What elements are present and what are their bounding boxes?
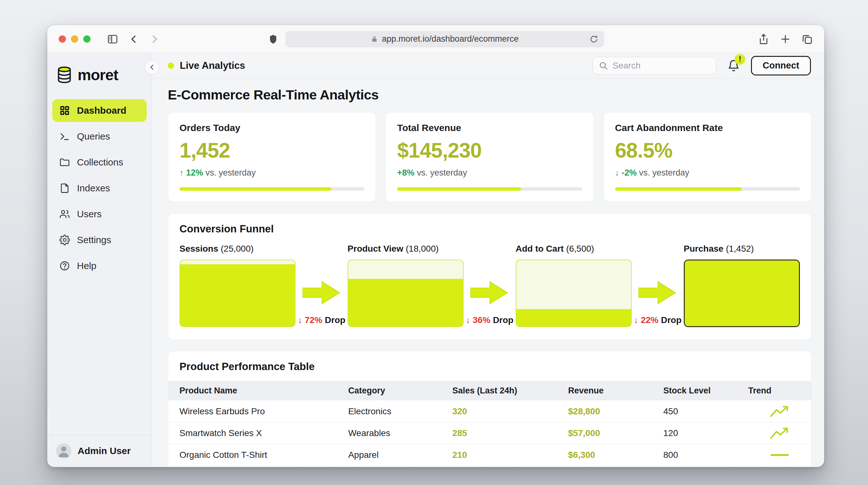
category-cell: Apparel: [348, 450, 452, 460]
col-product-name: Product Name: [168, 386, 348, 396]
stat-value: 68.5%: [615, 138, 800, 162]
notifications-button[interactable]: !: [727, 59, 740, 72]
stock-cell: 800: [663, 450, 748, 460]
traffic-lights: [59, 35, 91, 42]
funnel-row: Sessions (25,000) ↓ 72% Drop Product Vie…: [168, 235, 811, 340]
help-icon: [59, 260, 70, 271]
stat-delta: +8% vs. yesterday: [397, 168, 582, 178]
funnel-title: Conversion Funnel: [168, 213, 811, 235]
stat-title: Orders Today: [180, 122, 364, 133]
funnel-bar: [516, 260, 632, 327]
right-arrow-icon: [303, 279, 341, 306]
funnel-arrow-1: ↓ 72% Drop: [296, 244, 347, 327]
stat-delta: ↑ 12% vs. yesterday: [180, 168, 364, 178]
file-icon: [59, 183, 70, 194]
sidebar-item-indexes[interactable]: Indexes: [52, 177, 147, 200]
col-trend: Trend: [748, 386, 811, 396]
category-cell: Wearables: [348, 428, 452, 438]
main-content: E-Commerce Real-Time Analytics Orders To…: [152, 78, 824, 467]
browser-sidebar-toggle-icon[interactable]: [107, 33, 118, 45]
folder-icon: [59, 157, 70, 168]
user-menu[interactable]: Admin User: [47, 435, 152, 467]
zoom-window-button[interactable]: [83, 35, 91, 42]
users-icon: [59, 209, 70, 220]
privacy-shield-icon[interactable]: [268, 34, 279, 45]
funnel-bar: [180, 260, 296, 327]
sidebar-item-label: Settings: [77, 235, 111, 245]
sidebar-item-queries[interactable]: Queries: [52, 125, 147, 148]
browser-toolbar: app.moret.io/dashboard/ecommerce: [47, 25, 824, 53]
sidebar-item-help[interactable]: Help: [52, 255, 147, 277]
forward-icon[interactable]: [149, 34, 160, 45]
col-revenue: Revenue: [568, 386, 663, 396]
notification-badge: !: [735, 54, 745, 65]
funnel-stage-add-to-cart: Add to Cart (6,500): [516, 244, 632, 327]
table-row[interactable]: Espresso Machine Deluxe Home 150 $45,000…: [168, 466, 811, 467]
product-name-cell: Smartwatch Series X: [168, 428, 348, 438]
revenue-cell: $6,300: [568, 450, 663, 460]
funnel-arrow-2: ↓ 36% Drop: [464, 244, 516, 327]
progress-bar: [180, 187, 364, 191]
stat-card-orders: Orders Today 1,452 ↑ 12% vs. yesterday: [168, 112, 376, 202]
sidebar-item-users[interactable]: Users: [52, 203, 147, 225]
col-sales: Sales (Last 24h): [452, 386, 568, 396]
trend-cell: [748, 426, 811, 440]
table-row[interactable]: Organic Cotton T-Shirt Apparel 210 $6,30…: [168, 444, 811, 466]
search-input[interactable]: [613, 61, 710, 71]
stat-title: Total Revenue: [397, 122, 582, 133]
stat-title: Cart Abandonment Rate: [615, 122, 800, 133]
stock-cell: 450: [663, 406, 748, 417]
avatar: [56, 443, 71, 458]
progress-bar: [397, 187, 582, 191]
new-tab-icon[interactable]: [780, 34, 791, 45]
col-stock: Stock Level: [663, 386, 748, 396]
sales-cell: 210: [452, 450, 568, 460]
stat-value: $145,230: [397, 138, 582, 162]
share-icon[interactable]: [758, 33, 769, 45]
close-window-button[interactable]: [59, 35, 66, 42]
stat-card-cart-abandonment: Cart Abandonment Rate 68.5% ↓ -2% vs. ye…: [603, 112, 811, 202]
app-header: Live Analytics ! Connect: [152, 53, 824, 78]
sidebar-item-label: Collections: [77, 157, 123, 168]
user-name: Admin User: [78, 446, 131, 456]
url-text: app.moret.io/dashboard/ecommerce: [382, 34, 519, 44]
right-arrow-icon: [639, 279, 677, 306]
sidebar-item-settings[interactable]: Settings: [52, 229, 147, 251]
sidebar-item-dashboard[interactable]: Dashboard: [52, 99, 147, 122]
live-status-label: Live Analytics: [180, 60, 245, 72]
reload-icon[interactable]: [589, 35, 598, 44]
sidebar-collapse-button[interactable]: [145, 60, 159, 75]
back-icon[interactable]: [128, 34, 139, 45]
connect-button[interactable]: Connect: [751, 56, 811, 76]
table-body: Wireless Earbuds Pro Electronics 320 $28…: [168, 400, 811, 467]
funnel-stage-sessions: Sessions (25,000): [180, 244, 296, 327]
tab-overview-icon[interactable]: [801, 33, 813, 45]
search-box[interactable]: [593, 57, 716, 75]
stats-row: Orders Today 1,452 ↑ 12% vs. yesterday T…: [168, 112, 811, 202]
address-bar[interactable]: app.moret.io/dashboard/ecommerce: [285, 31, 604, 47]
minimize-window-button[interactable]: [71, 35, 78, 42]
sidebar-item-label: Users: [77, 209, 101, 220]
delta-down-icon: ↓: [615, 168, 619, 177]
sidebar-item-label: Dashboard: [77, 105, 126, 116]
grid-icon: [59, 105, 70, 116]
trend-flat-icon: [768, 448, 791, 462]
table-row[interactable]: Wireless Earbuds Pro Electronics 320 $28…: [168, 400, 811, 422]
sidebar-item-collections[interactable]: Collections: [52, 151, 147, 174]
sales-cell: 320: [452, 406, 568, 417]
trend-cell: [748, 404, 811, 419]
search-icon: [599, 61, 608, 70]
stock-cell: 120: [663, 428, 748, 438]
app-logo[interactable]: moret: [47, 53, 152, 93]
table-header-row: Product Name Category Sales (Last 24h) R…: [168, 381, 811, 400]
revenue-cell: $57,000: [568, 428, 663, 438]
table-row[interactable]: Smartwatch Series X Wearables 285 $57,00…: [168, 422, 811, 444]
right-arrow-icon: [470, 279, 509, 306]
product-performance-panel: Product Performance Table Product Name C…: [168, 351, 811, 467]
stat-delta: ↓ -2% vs. yesterday: [615, 168, 800, 178]
page-title: E-Commerce Real-Time Analytics: [168, 87, 811, 103]
product-table: Product Name Category Sales (Last 24h) R…: [168, 381, 811, 467]
funnel-stage-product-view: Product View (18,000): [348, 244, 464, 327]
sidebar-nav: Dashboard Queries Collections: [47, 93, 152, 283]
col-category: Category: [348, 386, 452, 396]
